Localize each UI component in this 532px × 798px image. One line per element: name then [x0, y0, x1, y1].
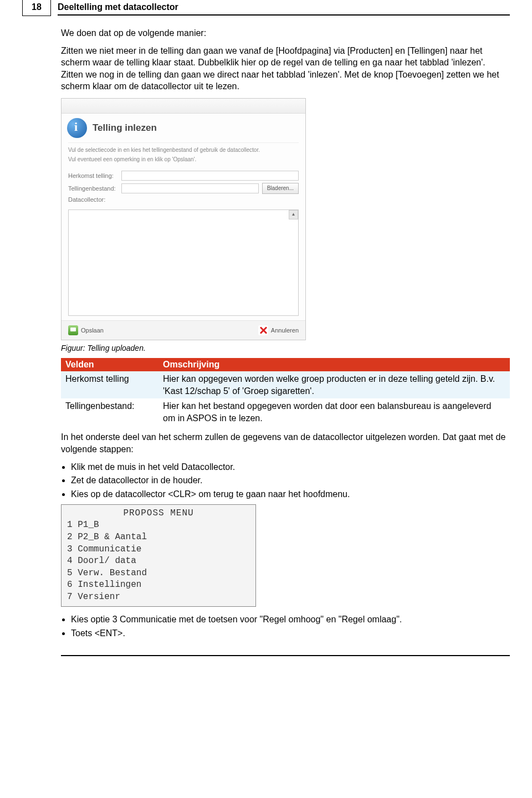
menu-line: 6 Instellingen	[67, 579, 250, 591]
herkomst-input[interactable]	[121, 171, 299, 181]
save-button[interactable]: Opslaan	[68, 325, 104, 335]
label-herkomst: Herkomst telling:	[68, 172, 121, 179]
menu-line: 4 Doorl/ data	[67, 555, 250, 567]
scroll-up-icon[interactable]: ▲	[289, 210, 298, 219]
table-row: Tellingenbestand: Hier kan het bestand o…	[61, 398, 510, 426]
fields-table: Velden Omschrijving Herkomst telling Hie…	[61, 358, 510, 426]
figure-caption: Figuur: Telling uploaden.	[61, 344, 510, 352]
list-item: Zet de datacollector in de houder.	[71, 474, 510, 487]
datacollector-textarea[interactable]	[68, 209, 299, 316]
menu-line: 2 P2_B & Aantal	[67, 531, 250, 544]
list-item: Kies optie 3 Communicatie met de toetsen…	[71, 613, 510, 626]
intro-line: We doen dat op de volgende manier:	[61, 27, 510, 39]
save-icon	[68, 325, 78, 335]
page-number: 18	[22, 0, 51, 16]
footer-rule	[61, 655, 510, 656]
list-item: Klik met de muis in het veld Datacollect…	[71, 461, 510, 473]
dialog-instruction-2: Vul eventueel een opmerking in en klik o…	[62, 155, 305, 164]
cancel-button[interactable]: Annuleren	[258, 325, 299, 335]
header-rule	[58, 14, 510, 16]
dialog-title: Telling inlezen	[93, 122, 157, 134]
cell-field: Herkomst telling	[61, 371, 158, 398]
list-item: Kies op de datacollector <CLR> om terug …	[71, 488, 510, 500]
instructions-paragraph: Zitten we niet meer in de telling dan ga…	[61, 45, 510, 93]
steps-intro: In het onderste deel van het scherm zull…	[61, 431, 510, 455]
cancel-icon	[258, 325, 268, 335]
save-button-label: Opslaan	[81, 327, 104, 334]
list-item: Toets <ENT>.	[71, 627, 510, 640]
th-velden: Velden	[61, 358, 158, 371]
menu-line: 3 Communicatie	[67, 544, 250, 556]
label-bestand: Tellingenbestand:	[68, 185, 121, 192]
menu-title: PROPOSS MENU	[67, 508, 250, 518]
steps-list-1: Klik met de muis in het veld Datacollect…	[61, 461, 510, 500]
menu-line: 7 Versienr	[67, 591, 250, 603]
info-icon	[67, 118, 87, 138]
steps-list-2: Kies optie 3 Communicatie met de toetsen…	[61, 613, 510, 639]
table-row: Herkomst telling Hier kan opgegeven word…	[61, 371, 510, 398]
menu-line: 5 Verw. Bestand	[67, 567, 250, 580]
cell-field: Tellingenbestand:	[61, 398, 158, 426]
th-omschrijving: Omschrijving	[158, 358, 510, 371]
dialog-telling-inlezen: Telling inlezen Vul de selectiecode in e…	[61, 98, 306, 340]
label-datacollector: Datacollector:	[68, 196, 121, 203]
bestand-input[interactable]	[121, 183, 259, 193]
cancel-button-label: Annuleren	[271, 327, 299, 334]
dialog-instruction-1: Vul de selectiecode in en kies het telli…	[62, 145, 305, 155]
page-title: Deeltelling met datacollector	[58, 2, 510, 13]
browse-button[interactable]: Bladeren...	[262, 183, 299, 194]
menu-line: 1 P1_B	[67, 519, 250, 531]
cell-desc: Hier kan opgegeven worden welke groep pr…	[158, 371, 510, 398]
cell-desc: Hier kan het bestand opgegeven worden da…	[158, 398, 510, 426]
proposs-menu: PROPOSS MENU 1 P1_B2 P2_B & Aantal3 Comm…	[61, 504, 256, 607]
dialog-titlebar	[62, 99, 305, 114]
